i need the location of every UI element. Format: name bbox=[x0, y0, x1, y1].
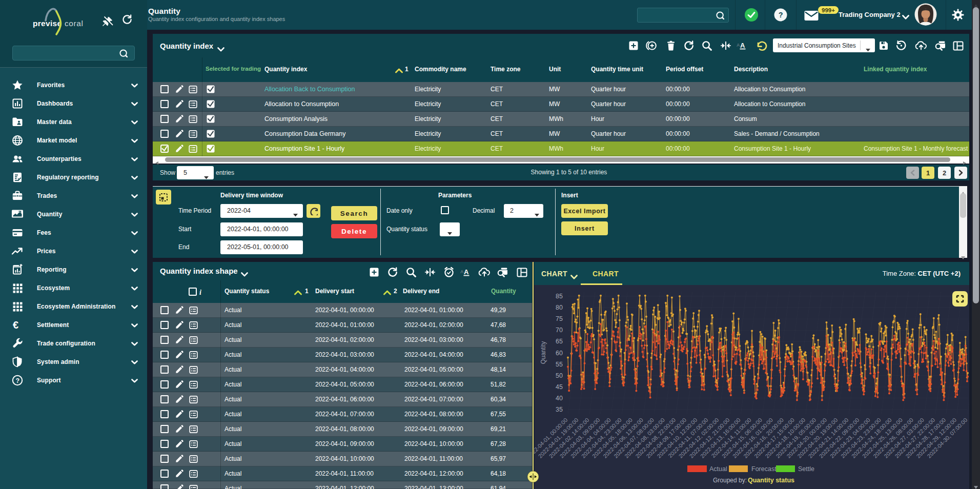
svg-text:40: 40 bbox=[556, 395, 563, 402]
svg-text:Actual: Actual bbox=[709, 465, 727, 473]
svg-text:70: 70 bbox=[556, 327, 563, 334]
svg-text:75: 75 bbox=[556, 315, 563, 322]
svg-text:previse: previse bbox=[33, 19, 62, 28]
svg-text:85: 85 bbox=[556, 293, 563, 300]
svg-text:55: 55 bbox=[556, 361, 563, 368]
svg-text:A: A bbox=[460, 269, 464, 274]
svg-text:80: 80 bbox=[556, 304, 563, 311]
svg-text:?: ? bbox=[779, 11, 783, 19]
svg-text:A: A bbox=[737, 43, 740, 48]
svg-text:60: 60 bbox=[556, 350, 563, 357]
svg-text:Forecast: Forecast bbox=[751, 465, 777, 473]
svg-text:€: € bbox=[13, 319, 18, 331]
svg-text:Settle: Settle bbox=[798, 465, 814, 473]
svg-text:35: 35 bbox=[556, 406, 563, 413]
svg-text:A: A bbox=[740, 42, 745, 49]
svg-text:?: ? bbox=[16, 377, 20, 384]
svg-text:coral: coral bbox=[65, 19, 84, 28]
svg-text:45: 45 bbox=[556, 383, 563, 391]
svg-text:A: A bbox=[464, 268, 469, 276]
svg-text:Quantity status: Quantity status bbox=[748, 477, 794, 484]
svg-text:Quantity: Quantity bbox=[540, 341, 547, 364]
svg-text:Grouped by:: Grouped by: bbox=[713, 477, 747, 484]
svg-text:65: 65 bbox=[556, 338, 563, 345]
svg-text:50: 50 bbox=[556, 372, 563, 379]
